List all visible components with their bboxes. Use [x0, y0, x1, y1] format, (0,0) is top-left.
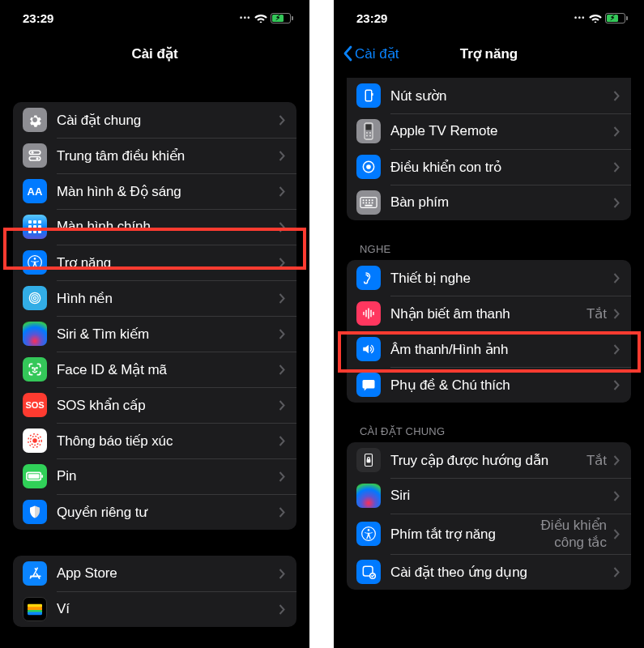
page-title: Trợ năng: [460, 45, 518, 62]
chevron-right-icon: [279, 471, 285, 482]
ear-icon: [356, 266, 381, 290]
chevron-right-icon: [279, 293, 285, 304]
row-control-center[interactable]: Trung tâm điều khiển: [13, 138, 296, 173]
exposure-icon: [23, 428, 47, 453]
row-siri[interactable]: Siri & Tìm kiếm: [13, 316, 296, 352]
row-accessibility[interactable]: Trợ năng: [13, 245, 296, 280]
status-bar: 23:29 ••• ⚡︎: [0, 0, 309, 36]
accessibility-icon: [356, 522, 381, 546]
svg-rect-39: [372, 202, 373, 204]
chevron-right-icon: [279, 115, 285, 126]
row-label: Face ID & Mật mã: [57, 361, 279, 378]
chevron-right-icon: [279, 186, 285, 197]
row-display[interactable]: AA Màn hình & Độ sáng: [13, 173, 296, 209]
svg-rect-0: [29, 151, 41, 155]
svg-rect-34: [369, 199, 370, 201]
svg-rect-40: [365, 205, 372, 207]
svg-point-2: [32, 151, 34, 154]
row-keyboards[interactable]: Bàn phím: [347, 185, 631, 220]
row-faceid[interactable]: Face ID & Mật mã: [13, 352, 296, 387]
battery-icon: ⚡︎: [605, 13, 628, 23]
svg-point-3: [36, 157, 39, 160]
svg-point-28: [369, 135, 371, 137]
row-pointer-control[interactable]: Điều khiển con trỏ: [347, 149, 631, 185]
svg-rect-32: [363, 199, 365, 201]
row-privacy[interactable]: Quyền riêng tư: [13, 494, 296, 530]
status-right: ••• ⚡︎: [240, 13, 293, 23]
row-label: SOS khẩn cấp: [57, 397, 279, 414]
row-label: Trung tâm điều khiển: [57, 147, 279, 164]
home-screen-icon: [23, 215, 47, 239]
row-siri[interactable]: Siri: [347, 478, 631, 514]
row-wallpaper[interactable]: Hình nền: [13, 280, 296, 316]
svg-point-7: [32, 295, 38, 301]
appstore-icon: [23, 561, 47, 586]
svg-point-26: [369, 132, 371, 134]
row-label: Điều khiển con trỏ: [390, 159, 613, 176]
svg-rect-47: [367, 459, 370, 462]
status-right: ••• ⚡︎: [574, 13, 628, 23]
cellular-icon: •••: [240, 14, 251, 22]
back-button[interactable]: Cài đặt: [343, 45, 399, 62]
accessibility-icon: [23, 250, 47, 275]
row-label: Hình nền: [57, 290, 279, 307]
row-tv-remote[interactable]: Apple TV Remote: [347, 113, 631, 149]
row-side-button[interactable]: Nút sườn: [347, 78, 631, 113]
guided-access-icon: [356, 448, 381, 472]
settings-group-store: App Store Ví: [13, 556, 296, 627]
row-label: Cài đặt theo ứng dụng: [390, 564, 613, 581]
row-per-app[interactable]: Cài đặt theo ứng dụng: [347, 554, 631, 590]
svg-point-49: [368, 529, 370, 531]
row-label: Màn hình & Độ sáng: [57, 183, 279, 200]
control-center-icon: [23, 143, 47, 168]
nav-header: Cài đặt: [0, 36, 309, 71]
chevron-right-icon: [279, 507, 285, 518]
row-sos[interactable]: SOS SOS khẩn cấp: [13, 387, 296, 423]
svg-point-30: [367, 165, 370, 168]
row-sound-recognition[interactable]: Nhận biết âm thanh Tắt: [347, 296, 631, 331]
row-hearing-devices[interactable]: Thiết bị nghe: [347, 260, 631, 296]
group-header-general: Cài đặt chung: [360, 425, 631, 437]
row-accessibility-shortcut[interactable]: Phím tắt trợ năng Điều khiển công tắc: [347, 514, 631, 554]
chevron-right-icon: [279, 400, 285, 411]
row-guided-access[interactable]: Truy cập được hướng dẫn Tắt: [347, 442, 631, 478]
svg-rect-37: [365, 202, 367, 204]
keyboard-icon: [356, 190, 381, 215]
svg-rect-33: [365, 199, 367, 201]
row-label: Phím tắt trợ năng: [390, 526, 510, 543]
chevron-right-icon: [279, 258, 285, 268]
status-time: 23:29: [356, 11, 387, 25]
row-battery[interactable]: Pin: [13, 458, 296, 494]
back-label: Cài đặt: [355, 45, 399, 62]
chevron-right-icon: [613, 380, 620, 390]
cellular-icon: •••: [574, 14, 586, 22]
row-home-screen[interactable]: Màn hình chính: [13, 209, 296, 245]
svg-point-5: [34, 258, 36, 260]
row-wallet[interactable]: Ví: [13, 591, 296, 627]
chevron-right-icon: [279, 151, 285, 161]
row-subtitles[interactable]: Phụ đề & Chú thích: [347, 367, 631, 403]
chevron-right-icon: [613, 491, 620, 501]
siri-icon: [356, 484, 381, 508]
group-general: Truy cập được hướng dẫn Tắt Siri Phím tắ…: [347, 442, 631, 590]
chevron-right-icon: [279, 364, 285, 375]
row-label: Trợ năng: [57, 254, 279, 271]
chevron-right-icon: [613, 344, 620, 355]
svg-point-25: [366, 132, 368, 134]
row-audio-visual[interactable]: Âm thanh/Hình ảnh: [347, 331, 631, 367]
row-general[interactable]: Cài đặt chung: [13, 102, 296, 138]
wifi-icon: [589, 13, 602, 23]
wallpaper-icon: [23, 286, 47, 310]
row-value: Tắt: [586, 452, 607, 469]
wifi-icon: [254, 13, 267, 23]
svg-point-9: [32, 368, 33, 369]
row-exposure[interactable]: Thông báo tiếp xúc: [13, 423, 296, 458]
row-label: Nhận biết âm thanh: [390, 305, 586, 322]
settings-list: Cài đặt chung Trung tâm điều khiển AA Mà…: [0, 71, 309, 648]
row-label: Siri & Tìm kiếm: [57, 326, 279, 343]
wallet-icon: [23, 597, 47, 621]
row-value: Tắt: [586, 305, 607, 322]
row-appstore[interactable]: App Store: [13, 556, 296, 591]
sound-recognition-icon: [356, 301, 381, 326]
row-label: Quyền riêng tư: [57, 504, 279, 521]
